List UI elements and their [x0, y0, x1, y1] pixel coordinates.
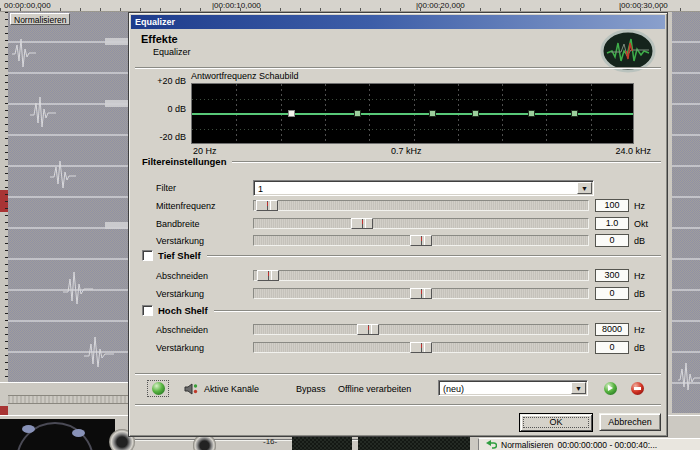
- eq-node[interactable]: [472, 110, 479, 117]
- slider-thumb[interactable]: [351, 218, 373, 229]
- chevron-down-icon[interactable]: ▼: [571, 382, 586, 394]
- slider-row: Mittenfrequenz 100 Hz: [156, 199, 645, 212]
- hoch-shelf-checkbox[interactable]: [142, 305, 153, 316]
- eq-node[interactable]: [288, 110, 295, 117]
- timeline-ruler[interactable]: 00:00:00,000 |00:00:10,000 |00:00:20,000…: [0, 0, 700, 12]
- slider-thumb[interactable]: [410, 235, 432, 246]
- filter-label: Filter: [156, 183, 253, 193]
- dialog-footer: Aktive Kanäle Bypass Offline verarbeiten…: [147, 380, 659, 398]
- divider: [135, 373, 661, 375]
- track-area[interactable]: [672, 12, 700, 413]
- cancel-button[interactable]: Abbrechen: [599, 413, 661, 431]
- status-effect: Normalisieren: [501, 440, 553, 450]
- slider-thumb[interactable]: [410, 342, 432, 353]
- slider-row: Verstärkung 0 dB: [156, 234, 645, 247]
- undo-icon: [485, 440, 497, 450]
- filter-row: Filter 1 ▼: [156, 180, 594, 196]
- effect-header: Effekte: [141, 33, 178, 45]
- equalizer-dialog: Equalizer Effekte Equalizer Antwortfrequ…: [128, 12, 668, 437]
- graph-title: Antwortfrequenz Schaubild: [191, 71, 299, 81]
- mittenfrequenz-slider[interactable]: [253, 200, 589, 211]
- eq-node[interactable]: [571, 110, 578, 117]
- mittenfrequenz-value[interactable]: 100: [595, 199, 629, 212]
- waveform-blip: [84, 334, 114, 378]
- timeline-label: 00:00:00,000: [4, 1, 51, 10]
- level-meter: [292, 435, 352, 450]
- selection-band: [105, 100, 128, 107]
- selection-band: [105, 38, 128, 45]
- slider-row: Abschneiden 300 Hz: [156, 269, 645, 282]
- waveform-blip: [63, 270, 93, 314]
- timeline-label: |00:00:30,000: [619, 1, 668, 10]
- grid-line: [192, 99, 633, 100]
- y-axis-label: +20 dB: [129, 76, 186, 86]
- divider: [135, 404, 661, 406]
- jog-screw: [22, 425, 35, 433]
- verstaerkung-slider[interactable]: [253, 235, 589, 246]
- slider-row: Abschneiden 8000 Hz: [156, 323, 645, 336]
- preset-dropdown[interactable]: (neu) ▼: [438, 380, 588, 396]
- preview-play-icon: [152, 382, 165, 395]
- jog-screw: [72, 429, 85, 437]
- hoch-verstaerkung-value[interactable]: 0: [595, 341, 629, 354]
- effect-subtitle: Equalizer: [153, 47, 191, 57]
- section-header-filter: Filtereinstellungen: [142, 156, 661, 167]
- divider: [135, 67, 661, 69]
- active-channels-icon[interactable]: [183, 382, 199, 396]
- delete-preset-icon[interactable]: [631, 382, 644, 395]
- y-axis-label: 0 dB: [129, 104, 186, 114]
- y-axis-label: -20 dB: [129, 132, 186, 142]
- timeline-label: |00:00:20,000: [416, 1, 465, 10]
- tief-verstaerkung-value[interactable]: 0: [595, 287, 629, 300]
- aktive-kanaele-label[interactable]: Aktive Kanäle: [204, 384, 259, 394]
- ruler-marker: [0, 190, 8, 212]
- tief-abschneiden-slider[interactable]: [253, 270, 589, 281]
- bandbreite-slider[interactable]: [253, 218, 589, 229]
- grid-line: [192, 129, 633, 130]
- toolbar-texture: [8, 395, 128, 404]
- slider-row: Bandbreite 1.0 Okt: [156, 217, 648, 230]
- frequency-response-plot[interactable]: [191, 83, 634, 144]
- preview-button[interactable]: [147, 380, 169, 397]
- eq-node[interactable]: [354, 110, 361, 117]
- bandbreite-value[interactable]: 1.0: [595, 217, 629, 230]
- slider-row: Verstärkung 0 dB: [156, 287, 645, 300]
- filter-dropdown[interactable]: 1 ▼: [253, 180, 594, 196]
- tief-abschneiden-value[interactable]: 300: [595, 269, 629, 282]
- waveform-blip: [12, 34, 36, 74]
- ok-button[interactable]: OK: [519, 413, 593, 432]
- slider-thumb[interactable]: [256, 200, 278, 211]
- status-range: 00:00:00:000 - 00:00:40:...: [557, 440, 657, 450]
- eq-node[interactable]: [528, 110, 535, 117]
- waveform-blip: [50, 157, 76, 197]
- x-axis-label: 20 Hz: [193, 146, 217, 156]
- tief-shelf-checkbox[interactable]: [142, 250, 153, 261]
- hoch-abschneiden-value[interactable]: 8000: [595, 323, 629, 336]
- dialog-title: Equalizer: [135, 17, 175, 27]
- level-meter: [358, 435, 470, 450]
- hoch-verstaerkung-slider[interactable]: [253, 342, 589, 353]
- zero-db-line: [192, 113, 633, 115]
- jog-wheel[interactable]: [0, 419, 115, 450]
- x-axis-label: 24.0 kHz: [615, 146, 651, 156]
- slider-thumb[interactable]: [257, 270, 279, 281]
- section-header-hoch-shelf: Hoch Shelf: [142, 305, 661, 316]
- section-header-tief-shelf: Tief Shelf: [142, 250, 661, 261]
- bypass-label[interactable]: Bypass: [296, 384, 326, 394]
- save-preset-icon[interactable]: [604, 382, 617, 395]
- status-bar: Normalisieren 00:00:00:000 - 00:00:40:..…: [478, 438, 700, 450]
- slider-thumb[interactable]: [410, 288, 432, 299]
- chevron-down-icon[interactable]: ▼: [577, 182, 592, 194]
- track-area[interactable]: [8, 12, 128, 382]
- amplitude-ruler[interactable]: [0, 12, 8, 382]
- hoch-abschneiden-slider[interactable]: [253, 324, 589, 335]
- waveform-blip: [30, 95, 56, 135]
- tief-verstaerkung-slider[interactable]: [253, 288, 589, 299]
- verstaerkung-value[interactable]: 0: [595, 234, 629, 247]
- dialog-titlebar[interactable]: Equalizer: [131, 15, 665, 29]
- normalisieren-tab[interactable]: Normalisieren: [10, 13, 70, 25]
- offline-verarbeiten-label[interactable]: Offline verarbeiten: [338, 384, 411, 394]
- slider-thumb[interactable]: [357, 324, 379, 335]
- eq-node[interactable]: [429, 110, 436, 117]
- selection-band: [105, 222, 128, 229]
